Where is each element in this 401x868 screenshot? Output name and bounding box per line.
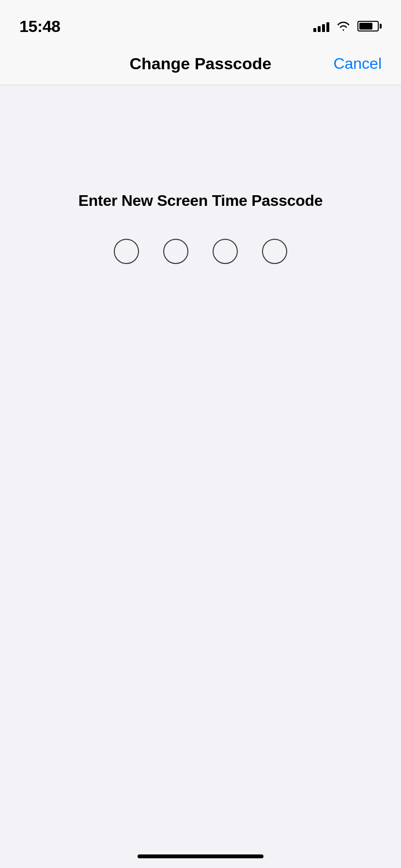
status-bar: 15:48: [0, 0, 401, 43]
signal-icon: [313, 20, 329, 32]
battery-icon: [357, 21, 382, 31]
passcode-dots: [114, 239, 287, 264]
passcode-dot-4: [262, 239, 287, 264]
home-indicator: [138, 854, 263, 858]
page-title: Change Passcode: [130, 54, 272, 73]
passcode-dot-3: [213, 239, 238, 264]
nav-bar: Change Passcode Cancel: [0, 43, 401, 85]
status-icons: [313, 20, 382, 32]
status-time: 15:48: [19, 17, 60, 36]
cancel-button[interactable]: Cancel: [333, 55, 382, 73]
wifi-icon: [336, 21, 351, 31]
passcode-dot-2: [163, 239, 188, 264]
main-content: Enter New Screen Time Passcode: [0, 85, 401, 868]
passcode-dot-1: [114, 239, 139, 264]
passcode-prompt: Enter New Screen Time Passcode: [78, 192, 323, 210]
